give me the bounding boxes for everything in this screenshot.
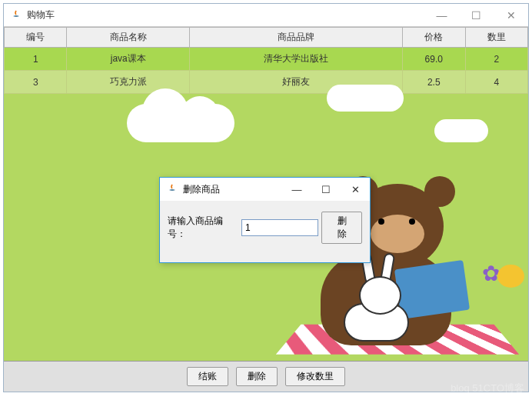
delete-button[interactable]: 删除 bbox=[236, 367, 278, 386]
dialog-prompt: 请输入商品编号： bbox=[168, 215, 238, 241]
window-controls: — ☐ ✕ bbox=[424, 4, 528, 26]
content-area: 编号 商品名称 商品品牌 价格 数里 1 java课本 清华大学出版社 69.0… bbox=[4, 27, 528, 361]
modify-qty-button[interactable]: 修改数里 bbox=[285, 367, 345, 386]
dialog-delete-button[interactable]: 删除 bbox=[321, 212, 362, 244]
col-id: 编号 bbox=[5, 28, 67, 48]
main-window-title: 购物车 bbox=[27, 8, 55, 22]
java-icon bbox=[10, 9, 22, 22]
cell-brand: 好丽友 bbox=[190, 71, 403, 94]
cell-id: 1 bbox=[5, 48, 67, 71]
cell-qty: 4 bbox=[465, 71, 527, 94]
col-price: 价格 bbox=[403, 28, 465, 48]
cell-id: 3 bbox=[5, 71, 67, 94]
java-icon bbox=[166, 183, 178, 195]
dialog-body: 请输入商品编号： 删除 bbox=[160, 201, 370, 262]
col-name: 商品名称 bbox=[67, 28, 190, 48]
cell-name: 巧克力派 bbox=[67, 71, 190, 94]
col-qty: 数里 bbox=[465, 28, 527, 48]
dialog-titlebar[interactable]: 删除商品 — ☐ ✕ bbox=[160, 178, 370, 201]
minimize-button[interactable]: — bbox=[424, 4, 459, 26]
main-window: 购物车 — ☐ ✕ bbox=[3, 3, 529, 392]
close-button[interactable]: ✕ bbox=[494, 4, 528, 26]
cart-table: 编号 商品名称 商品品牌 价格 数里 1 java课本 清华大学出版社 69.0… bbox=[4, 27, 528, 94]
checkout-button[interactable]: 结账 bbox=[187, 367, 228, 386]
maximize-button[interactable]: ☐ bbox=[459, 4, 494, 26]
table-row[interactable]: 1 java课本 清华大学出版社 69.0 2 bbox=[5, 48, 528, 71]
dialog-title: 删除商品 bbox=[183, 183, 220, 196]
cell-name: java课本 bbox=[67, 48, 190, 71]
cell-price: 69.0 bbox=[403, 48, 465, 71]
delete-dialog: 删除商品 — ☐ ✕ 请输入商品编号： 删除 bbox=[159, 177, 371, 263]
button-bar: 结账 删除 修改数里 bbox=[4, 361, 528, 392]
main-titlebar[interactable]: 购物车 — ☐ ✕ bbox=[4, 4, 528, 27]
cell-brand: 清华大学出版社 bbox=[190, 48, 403, 71]
table-row[interactable]: 3 巧克力派 好丽友 2.5 4 bbox=[5, 71, 528, 94]
dialog-minimize-button[interactable]: — bbox=[282, 178, 311, 201]
dialog-close-button[interactable]: ✕ bbox=[341, 178, 370, 201]
dialog-maximize-button[interactable]: ☐ bbox=[311, 178, 341, 201]
col-brand: 商品品牌 bbox=[190, 28, 403, 48]
cell-qty: 2 bbox=[465, 48, 527, 71]
dialog-controls: — ☐ ✕ bbox=[282, 178, 370, 201]
product-id-input[interactable] bbox=[241, 219, 318, 236]
cell-price: 2.5 bbox=[403, 71, 465, 94]
table-header-row: 编号 商品名称 商品品牌 价格 数里 bbox=[5, 28, 528, 48]
